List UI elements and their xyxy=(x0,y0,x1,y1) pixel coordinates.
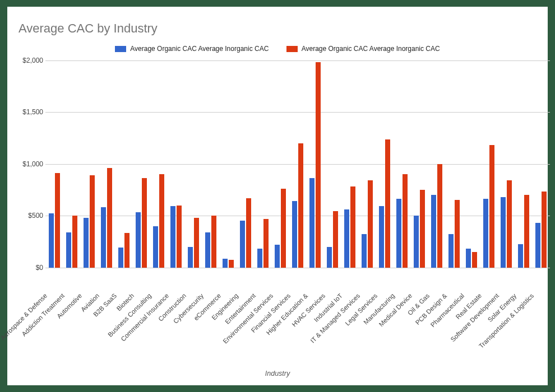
bar-inorganic xyxy=(142,178,147,267)
legend-label-2: Average Organic CAC Average Inorganic CA… xyxy=(302,45,440,53)
legend-item-1: Average Organic CAC Average Inorganic CA… xyxy=(115,45,269,53)
grid-line xyxy=(45,164,550,165)
bar-organic xyxy=(118,248,123,267)
bar-organic xyxy=(136,212,141,267)
bar-inorganic xyxy=(194,218,199,268)
bar-organic xyxy=(309,178,314,267)
bar-inorganic xyxy=(542,192,547,267)
bar-inorganic xyxy=(489,145,494,267)
y-tick-label: $0 xyxy=(15,264,43,272)
bar-organic xyxy=(170,206,175,267)
bar-inorganic xyxy=(263,219,269,268)
bar-organic xyxy=(257,249,262,267)
bar-inorganic xyxy=(403,174,408,268)
bar-inorganic xyxy=(55,173,60,267)
bar-organic xyxy=(483,199,488,267)
bar-organic xyxy=(327,247,332,268)
bar-organic xyxy=(466,249,471,267)
bar-organic xyxy=(205,232,210,268)
legend-swatch-red xyxy=(286,46,298,52)
bar-inorganic xyxy=(455,200,460,267)
bar-inorganic xyxy=(524,195,529,268)
bar-inorganic xyxy=(333,211,338,268)
grid-line xyxy=(45,112,550,113)
bar-organic xyxy=(223,259,228,268)
bar-organic xyxy=(49,213,54,267)
chart-title: Average CAC by Industry xyxy=(18,21,536,36)
bar-organic xyxy=(431,195,436,268)
bar-inorganic xyxy=(124,233,130,267)
bar-organic xyxy=(240,221,245,267)
bar-organic xyxy=(535,223,540,268)
legend-item-2: Average Organic CAC Average Inorganic CA… xyxy=(286,45,440,53)
bar-inorganic xyxy=(246,198,251,268)
bar-inorganic xyxy=(72,216,77,268)
bar-inorganic xyxy=(281,189,286,268)
bar-inorganic xyxy=(298,143,303,268)
bar-organic xyxy=(379,206,384,267)
bar-inorganic xyxy=(472,252,477,268)
legend-swatch-blue xyxy=(115,46,126,52)
grid-line xyxy=(45,216,550,216)
bar-organic xyxy=(518,244,523,268)
bar-inorganic xyxy=(507,180,512,267)
bar-inorganic xyxy=(420,190,425,268)
bar-inorganic xyxy=(229,260,234,268)
bar-inorganic xyxy=(437,164,442,268)
bar-inorganic xyxy=(350,186,355,267)
bar-organic xyxy=(344,209,349,268)
bar-organic xyxy=(101,207,106,267)
bar-organic xyxy=(501,197,506,268)
legend-label-1: Average Organic CAC Average Inorganic CA… xyxy=(130,45,269,53)
y-tick-label: $500 xyxy=(15,212,43,220)
y-tick-label: $2,000 xyxy=(15,57,43,64)
grid-line xyxy=(45,60,550,61)
legend: Average Organic CAC Average Inorganic CA… xyxy=(18,45,536,54)
bar-organic xyxy=(362,234,367,267)
bar-inorganic xyxy=(159,174,164,268)
bar-organic xyxy=(414,216,419,268)
bar-inorganic xyxy=(368,180,373,267)
bar-organic xyxy=(153,226,158,268)
plot-area: $0$500$1,000$1,500$2,000 xyxy=(45,60,550,268)
bar-inorganic xyxy=(385,139,390,267)
bar-organic xyxy=(448,234,454,267)
x-axis-title: Industry xyxy=(7,370,548,377)
grid-line xyxy=(45,268,550,268)
bar-inorganic xyxy=(107,168,112,268)
bar-organic xyxy=(275,245,280,268)
bar-organic xyxy=(292,201,297,267)
chart-card: Average CAC by Industry Average Organic … xyxy=(7,7,548,385)
bar-organic xyxy=(84,218,89,268)
y-tick-label: $1,000 xyxy=(15,160,43,168)
bar-organic xyxy=(66,232,71,268)
y-tick-label: $1,500 xyxy=(15,108,43,116)
bar-inorganic xyxy=(316,62,321,267)
bar-organic xyxy=(396,199,401,267)
bar-inorganic xyxy=(177,206,182,268)
bar-organic xyxy=(188,247,193,268)
bar-inorganic xyxy=(211,216,216,268)
bar-inorganic xyxy=(90,175,95,268)
